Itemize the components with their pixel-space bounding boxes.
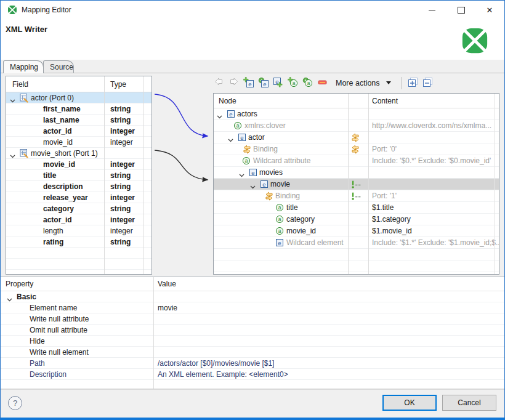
chevron-down-icon: [386, 81, 391, 84]
tree-row-movie[interactable]: emovie: [214, 179, 499, 190]
column-header-content: Content: [372, 97, 398, 105]
binding-green-icon: [350, 192, 362, 203]
chevron-down-icon[interactable]: [250, 182, 256, 191]
property-value: movie: [158, 304, 177, 312]
property-row-element-name[interactable]: Element namemovie: [1, 302, 504, 313]
table-row[interactable]: last_namestring: [6, 115, 152, 126]
property-name: Description: [30, 370, 67, 379]
add-child-element-icon: e: [273, 77, 283, 89]
tab-baseline: [1, 73, 504, 73]
tab-mapping-label: Mapping: [10, 63, 38, 71]
table-row[interactable]: actor (Port 0): [6, 92, 152, 103]
property-row-basic[interactable]: Basic: [1, 291, 504, 302]
add-child-element-button[interactable]: e: [273, 78, 283, 88]
insert-element-button[interactable]: e: [258, 78, 269, 88]
table-row[interactable]: movie_idinteger: [6, 159, 152, 170]
minimize-icon: [429, 10, 435, 10]
ok-button[interactable]: OK: [382, 395, 437, 411]
table-row[interactable]: actor_idinteger: [6, 126, 152, 137]
scrollbar-track[interactable]: [494, 94, 495, 274]
table-row[interactable]: descriptionstring: [6, 181, 152, 192]
property-table: Property Value BasicElement namemovieWri…: [1, 277, 504, 389]
tree-row-actor[interactable]: eactor: [214, 132, 499, 143]
svg-text:e: e: [275, 78, 278, 84]
tree-row-binding[interactable]: BindingPort: '0': [214, 143, 499, 155]
property-row-write-null-attribute[interactable]: Write null attribute: [1, 313, 504, 325]
column-divider: [153, 277, 154, 389]
svg-text:e: e: [262, 181, 265, 188]
property-row-path[interactable]: Path/actors/actor [$0]/movies/movie [$1]: [1, 358, 504, 369]
cancel-button[interactable]: Cancel: [442, 395, 496, 411]
tab-mapping[interactable]: Mapping: [3, 60, 44, 73]
tree-row-binding[interactable]: BindingPort: '1': [214, 190, 499, 202]
field-type: integer: [110, 216, 135, 224]
node-label: xmlns:clover: [244, 121, 286, 130]
binding-icon: [350, 133, 360, 144]
tree-row-actors[interactable]: eactors: [214, 108, 499, 120]
add-attribute-icon: a: [288, 77, 298, 89]
table-row[interactable]: lengthinteger: [6, 225, 152, 236]
add-attribute-button[interactable]: a: [288, 78, 298, 88]
node-content: $1.movie_id: [372, 227, 412, 235]
field-type: string: [110, 171, 131, 180]
property-row-description[interactable]: DescriptionAn XML element. Example: <ele…: [1, 369, 504, 380]
property-row-hide[interactable]: Hide: [1, 336, 504, 347]
add-element-before-button[interactable]: e: [243, 78, 254, 88]
close-button[interactable]: ✕: [479, 3, 500, 17]
collapse-all-button[interactable]: [422, 78, 433, 88]
table-row[interactable]: titlestring: [6, 170, 152, 181]
element-icon: e: [249, 168, 257, 179]
help-button[interactable]: ?: [8, 396, 22, 410]
field-name: movie_id: [43, 160, 75, 169]
table-row[interactable]: actor_idinteger: [6, 214, 152, 225]
field-type: string: [110, 204, 131, 213]
chevron-down-icon[interactable]: [239, 171, 244, 179]
table-row[interactable]: categorystring: [6, 203, 152, 214]
tree-row-movie-id[interactable]: amovie_id$1.movie_id: [214, 225, 499, 237]
property-name: Omit null attribute: [30, 326, 87, 334]
tab-source[interactable]: Source: [43, 60, 74, 73]
chevron-down-icon[interactable]: [228, 135, 233, 144]
insert-attribute-button[interactable]: a: [302, 78, 313, 88]
property-table-header: Property Value: [1, 277, 504, 291]
empty-row: [6, 248, 152, 259]
tree-row-title[interactable]: atitle$1.title: [214, 202, 499, 214]
field-name: title: [43, 171, 56, 180]
undo-button[interactable]: [214, 78, 224, 88]
field-port-label: actor (Port 0): [31, 94, 74, 102]
svg-text:e: e: [251, 169, 254, 176]
tree-row-movies[interactable]: emovies: [214, 167, 499, 179]
tree-row-wildcard-attribute[interactable]: aWildcard attributeInclude: '$0.*' Exclu…: [214, 155, 499, 167]
column-header-property: Property: [6, 280, 33, 288]
field-type: string: [110, 238, 131, 246]
page-title: XML Writer: [6, 25, 47, 34]
table-row[interactable]: first_namestring: [6, 103, 152, 115]
redo-button[interactable]: [228, 78, 239, 88]
table-row[interactable]: ratingstring: [6, 236, 152, 248]
property-group-label: Basic: [17, 293, 36, 301]
element-icon: e: [227, 110, 235, 120]
property-row-omit-null-attribute[interactable]: Omit null attribute: [1, 325, 504, 336]
attribute-icon: a: [233, 121, 242, 132]
insert-element-icon: e: [258, 77, 269, 89]
property-row-write-null-element[interactable]: Write null element: [1, 347, 504, 358]
field-name: description: [43, 182, 83, 191]
field-type: string: [110, 105, 131, 113]
table-row[interactable]: release_yearinteger: [6, 192, 152, 203]
minimize-button[interactable]: [421, 3, 442, 17]
help-icon: ?: [13, 398, 17, 408]
expand-all-button[interactable]: [408, 78, 418, 88]
node-label: Wildcard attribute: [253, 156, 310, 165]
tree-row-xmlns-clover[interactable]: axmlns:cloverhttp://www.cloverdx.com/ns/…: [214, 120, 499, 132]
table-row[interactable]: movie_idinteger: [6, 137, 152, 148]
node-label: actors: [237, 110, 257, 118]
svg-text:a: a: [278, 204, 281, 211]
field-table-header: Field Type: [6, 76, 152, 92]
maximize-button[interactable]: [451, 3, 472, 17]
tree-row-category[interactable]: acategory$1.category: [214, 214, 499, 225]
chevron-down-icon[interactable]: [217, 112, 222, 121]
remove-button[interactable]: [317, 78, 328, 88]
table-row[interactable]: movie_short (Port 1): [6, 148, 152, 159]
more-actions-button[interactable]: More actions: [336, 79, 391, 87]
tree-row-wildcard-element[interactable]: eWildcard elementInclude: '$1.*' Exclude…: [214, 237, 499, 249]
